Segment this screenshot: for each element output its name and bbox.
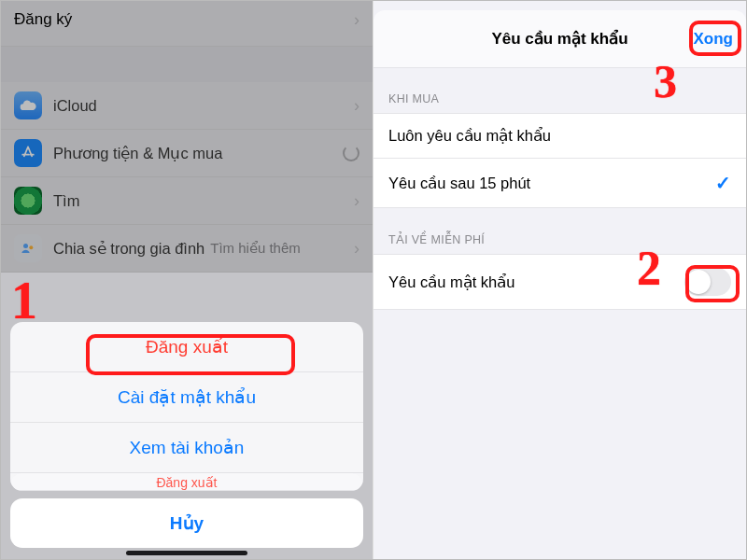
action-view-account[interactable]: Xem tài khoản [10,423,363,473]
action-sheet-group: Đăng xuất Cài đặt mật khẩu Xem tài khoản… [10,322,363,491]
section-header-purchasing: KHI MUA [374,68,746,113]
nav-bar: Yêu cầu mật khẩu Xong [374,10,746,68]
checkmark-icon: ✓ [715,172,731,194]
action-cancel[interactable]: Hủy [10,498,363,548]
require-password-toggle[interactable] [684,268,731,296]
option-always-label: Luôn yêu cầu mật khẩu [388,127,551,145]
action-peek-label: Đăng xuất [156,475,217,490]
nav-title: Yêu cầu mật khẩu [491,29,627,49]
action-password-label: Cài đặt mật khẩu [118,387,256,407]
action-sign-out[interactable]: Đăng xuất [10,322,363,372]
action-cancel-label: Hủy [170,513,204,533]
section-header-free: TẢI VỀ MIỄN PHÍ [374,208,746,254]
action-view-account-label: Xem tài khoản [130,438,245,457]
row-require-password-free: Yêu cầu mật khẩu [374,254,746,310]
panel-apple-id-settings: Đăng ký › iCloud › Phương tiện & Mục mua [1,1,374,559]
panel-password-requirement: Yêu cầu mật khẩu Xong KHI MUA Luôn yêu c… [374,1,746,559]
option-require-15min[interactable]: Yêu cầu sau 15 phút ✓ [374,159,746,208]
action-sheet: Đăng xuất Cài đặt mật khẩu Xem tài khoản… [10,322,363,548]
option-always-require[interactable]: Luôn yêu cầu mật khẩu [374,113,746,159]
toggle-knob [686,270,711,294]
option-15min-label: Yêu cầu sau 15 phút [388,175,530,192]
action-sign-out-label: Đăng xuất [146,337,228,357]
tutorial-composite: Đăng ký › iCloud › Phương tiện & Mục mua [0,0,747,560]
action-peek-signout: Đăng xuất [10,473,363,491]
nav-done-button[interactable]: Xong [694,30,734,49]
require-password-label: Yêu cầu mật khẩu [388,273,514,291]
action-password-settings[interactable]: Cài đặt mật khẩu [10,372,363,423]
home-indicator [126,551,247,555]
